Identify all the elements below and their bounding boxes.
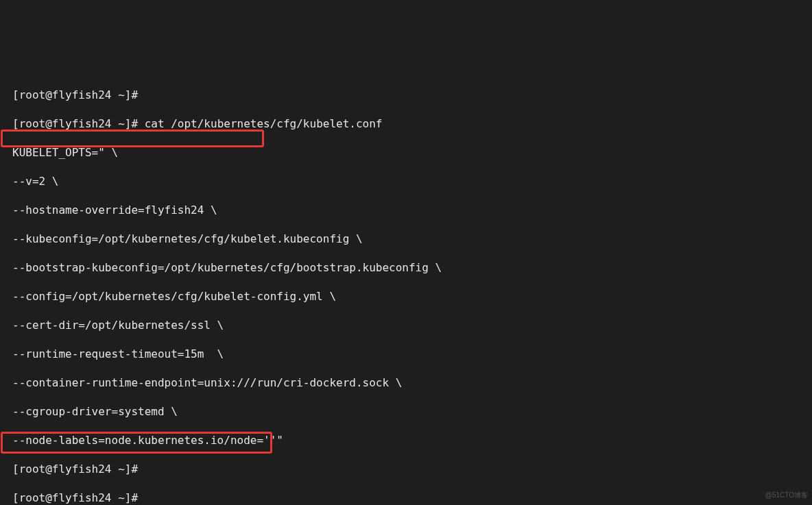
output-line: --runtime-request-timeout=15m \: [12, 347, 809, 361]
output-line: --v=2 \: [12, 174, 809, 188]
watermark-text: @51CTO博客: [765, 488, 808, 502]
output-line: KUBELET_OPTS=" \: [12, 145, 809, 160]
shell-prompt: [root@flyfish24 ~]#: [12, 463, 138, 476]
output-line-hostname-override: --hostname-override=flyfish24 \: [12, 203, 809, 217]
shell-prompt: [root@flyfish24 ~]#: [12, 117, 138, 130]
terminal-output[interactable]: [root@flyfish24 ~]# [root@flyfish24 ~]# …: [3, 72, 809, 505]
command-cat-kubelet: cat /opt/kubernetes/cfg/kubelet.conf: [145, 117, 383, 130]
output-line: --kubeconfig=/opt/kubernetes/cfg/kubelet…: [12, 232, 809, 246]
shell-prompt: [root@flyfish24 ~]#: [12, 491, 138, 504]
output-line: --bootstrap-kubeconfig=/opt/kubernetes/c…: [12, 260, 809, 275]
output-line: --cgroup-driver=systemd \: [12, 404, 809, 419]
output-line: --config=/opt/kubernetes/cfg/kubelet-con…: [12, 289, 809, 304]
output-line: --container-runtime-endpoint=unix:///run…: [12, 375, 809, 390]
shell-prompt: [root@flyfish24 ~]#: [12, 88, 138, 101]
output-line: --node-labels=node.kubernetes.io/node=''…: [12, 433, 809, 447]
output-line: --cert-dir=/opt/kubernetes/ssl \: [12, 318, 809, 332]
